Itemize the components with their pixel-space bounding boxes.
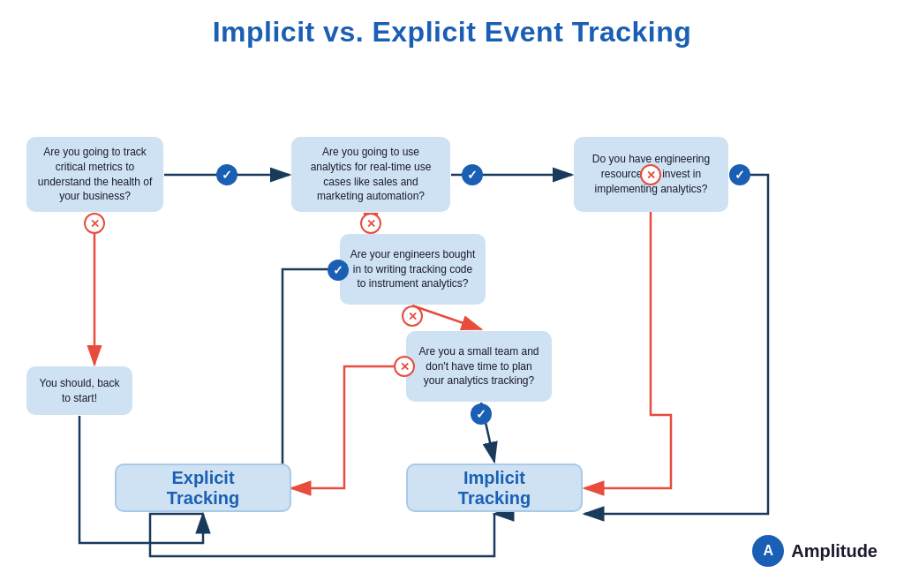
question-2: Are you going to use analytics for real-… [291,137,450,212]
back-to-start-box: You should, back to start! [26,366,132,415]
x-q5-left [394,356,415,377]
diagram-area: Are you going to track critical metrics … [0,62,904,583]
check-q1-q2 [216,164,237,185]
implicit-tracking-result: Implicit Tracking [406,464,583,512]
main-container: Implicit vs. Explicit Event Tracking [0,0,904,588]
check-q4-left [328,260,349,281]
question-5: Are you a small team and don't have time… [406,331,552,402]
question-4: Are your engineers bought in to writing … [340,234,486,305]
page-title: Implicit vs. Explicit Event Tracking [0,0,904,57]
x-q1-down [84,213,105,234]
question-1: Are you going to track critical metrics … [26,137,163,212]
amplitude-logo-circle: A [752,535,784,567]
x-q4-down [402,305,423,327]
check-q2-q3 [462,164,483,185]
amplitude-logo-text: Amplitude [791,541,878,562]
check-q3-right [729,164,750,185]
explicit-tracking-result: Explicit Tracking [115,464,291,512]
x-q3-down [640,164,661,185]
x-q2-down [360,213,381,234]
check-q5-down [471,403,492,425]
amplitude-logo: A Amplitude [752,535,878,567]
